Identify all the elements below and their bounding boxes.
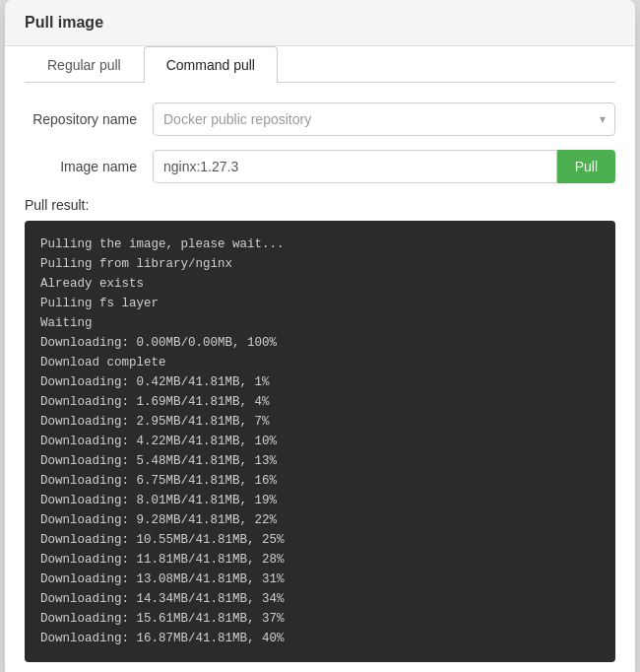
- terminal-line: Downloading: 0.00MB/0.00MB, 100%: [40, 333, 600, 353]
- terminal-line: Downloading: 6.75MB/41.81MB, 16%: [40, 471, 600, 491]
- terminal-line: Pulling fs layer: [40, 294, 600, 313]
- repository-select[interactable]: Docker public repository: [153, 102, 615, 136]
- image-name-row: Image name Pull: [25, 150, 615, 183]
- terminal-line: Downloading: 1.69MB/41.81MB, 4%: [40, 392, 600, 412]
- terminal-line: Downloading: 2.95MB/41.81MB, 7%: [40, 412, 600, 432]
- terminal-line: Downloading: 9.28MB/41.81MB, 22%: [40, 510, 600, 530]
- repository-row: Repository name Docker public repository…: [25, 102, 615, 136]
- terminal-line: Downloading: 13.08MB/41.81MB, 31%: [40, 570, 600, 589]
- modal-title: Pull image: [25, 14, 103, 31]
- tab-regular-pull[interactable]: Regular pull: [25, 46, 144, 83]
- image-name-input[interactable]: [153, 150, 557, 183]
- repository-select-wrapper: Docker public repository ▾: [153, 102, 615, 136]
- terminal-line: Pulling the image, please wait...: [40, 235, 600, 254]
- pull-image-modal: Pull image Regular pull Command pull Rep…: [5, 0, 635, 672]
- terminal-line: Downloading: 4.22MB/41.81MB, 10%: [40, 432, 600, 451]
- tab-command-pull[interactable]: Command pull: [144, 46, 278, 83]
- terminal-line: Downloading: 0.42MB/41.81MB, 1%: [40, 372, 600, 392]
- pull-button[interactable]: Pull: [557, 150, 615, 183]
- terminal-line: Downloading: 5.48MB/41.81MB, 13%: [40, 451, 600, 471]
- terminal-line: Pulling from library/nginx: [40, 254, 600, 274]
- terminal-line: Downloading: 11.81MB/41.81MB, 28%: [40, 550, 600, 570]
- modal-header: Pull image: [5, 0, 635, 46]
- tab-bar: Regular pull Command pull: [25, 46, 615, 83]
- image-label: Image name: [25, 159, 153, 174]
- terminal-line: Already exists: [40, 274, 600, 294]
- terminal-line: Download complete: [40, 353, 600, 372]
- repository-label: Repository name: [25, 111, 153, 127]
- terminal-line: Waiting: [40, 313, 600, 333]
- result-label: Pull result:: [25, 197, 615, 213]
- terminal-line: Downloading: 14.34MB/41.81MB, 34%: [40, 589, 600, 609]
- terminal-line: Downloading: 15.61MB/41.81MB, 37%: [40, 609, 600, 629]
- terminal-output: Pulling the image, please wait...Pulling…: [25, 221, 615, 662]
- terminal-line: Downloading: 16.87MB/41.81MB, 40%: [40, 629, 600, 648]
- image-input-group: Pull: [153, 150, 615, 183]
- terminal-line: Downloading: 10.55MB/41.81MB, 25%: [40, 530, 600, 550]
- terminal-line: Downloading: 8.01MB/41.81MB, 19%: [40, 491, 600, 510]
- modal-body: Regular pull Command pull Repository nam…: [5, 46, 635, 672]
